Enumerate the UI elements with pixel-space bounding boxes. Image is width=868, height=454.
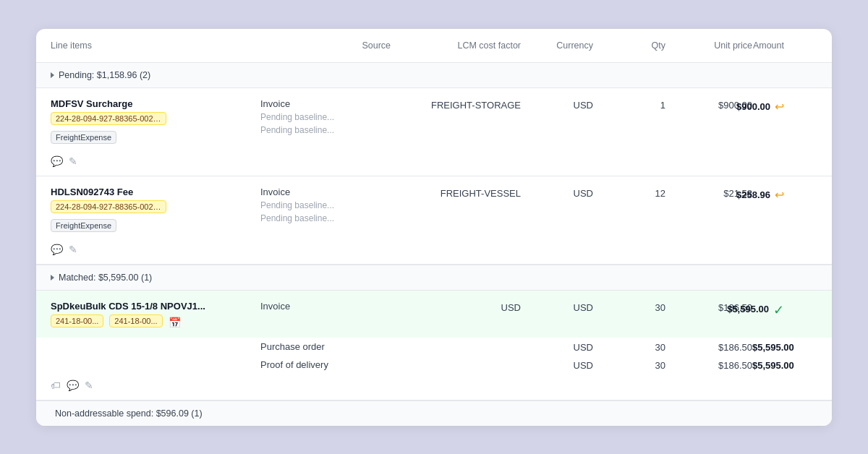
pending-baseline-hdlsn-2: Pending baseline... [260, 213, 391, 223]
tag-hdlsn-category[interactable]: FreightExpense [51, 219, 116, 232]
item-details-mdfsv: MDFSV Surcharge 224-28-094-927-88365-002… [51, 98, 260, 147]
col-amount: Amount [752, 40, 784, 51]
source-spdkeu-invoice: Invoice [260, 301, 391, 312]
col-currency: Currency [521, 40, 593, 51]
unit-price-po: $186.50 [665, 340, 752, 353]
currency-pod: USD [521, 359, 593, 371]
collapse-icon [51, 72, 54, 78]
tag-mdfsv-category[interactable]: FreightExpense [51, 131, 116, 144]
row-group-spdkeu: SpDkeuBulk CDS 15-1/8 NPOVJ1... 241-18-0… [36, 291, 832, 401]
line-item-row-mdfsv: MDFSV Surcharge 224-28-094-927-88365-002… [36, 88, 832, 151]
lcm-hdlsn: FREIGHT-VESSEL [391, 187, 521, 199]
item-actions-mdfsv: 💬 ✎ [36, 151, 832, 176]
section-header-non-addressable[interactable]: Non-addressable spend: $596.09 (1) [36, 401, 832, 426]
tag-mdfsv-1[interactable]: 224-28-094-927-88365-002-9... [51, 112, 166, 125]
tag-hdlsn-1[interactable]: 224-28-094-927-88365-002-9... [51, 200, 166, 213]
table-header: Line items Source LCM cost factor Curren… [36, 29, 832, 63]
amount-po: $5,595.00 [752, 340, 784, 353]
amount-icon-mdfsv: $900.00 ↩ [752, 98, 784, 113]
check-icon-spdkeu: ✓ [773, 302, 784, 318]
currency-hdlsn: USD [521, 187, 593, 199]
amount-spdkeu: $5,595.00 [727, 302, 769, 314]
qty-po: 30 [593, 340, 665, 353]
lcm-pod [391, 364, 521, 365]
section-header-pending[interactable]: Pending: $1,158.96 (2) [36, 63, 832, 88]
currency-mdfsv: USD [521, 98, 593, 111]
return-icon-mdfsv[interactable]: ↩ [775, 100, 784, 113]
lcm-mdfsv: FREIGHT-STORAGE [391, 98, 521, 111]
sub-row-po: Purchase order USD 30 $186.50 $5,595.00 [36, 338, 832, 356]
comment-icon-spdkeu[interactable]: 💬 [67, 380, 79, 391]
tag-icon-spdkeu[interactable]: 🏷 [51, 380, 61, 391]
tag-spdkeu-2[interactable]: 241-18-00... [109, 314, 162, 327]
amount-pod: $5,595.00 [752, 359, 784, 371]
qty-spdkeu: 30 [593, 301, 665, 313]
qty-mdfsv: 1 [593, 98, 665, 111]
qty-hdlsn: 12 [593, 187, 665, 199]
pending-baseline-2: Pending baseline... [260, 125, 391, 135]
item-actions-hdlsn: 💬 ✎ [36, 239, 832, 264]
lcm-spdkeu: USD [391, 301, 521, 313]
currency-spdkeu: USD [521, 301, 593, 313]
amount-hdlsn: $258.96 [736, 188, 770, 200]
col-unit-price: Unit price [665, 40, 752, 51]
item-details-spdkeu: SpDkeuBulk CDS 15-1/8 NPOVJ1... 241-18-0… [51, 301, 260, 333]
calendar-icon-spdkeu[interactable]: 📅 [169, 317, 181, 328]
amount-icon-spdkeu: $5,595.00 ✓ [752, 301, 784, 318]
main-card: Line items Source LCM cost factor Curren… [36, 29, 832, 426]
col-lcm: LCM cost factor [391, 40, 521, 51]
comment-icon-mdfsv[interactable]: 💬 [51, 155, 63, 167]
source-mdfsv: Invoice Pending baseline... Pending base… [260, 98, 391, 135]
amount-mdfsv: $900.00 [736, 100, 770, 112]
item-name-mdfsv: MDFSV Surcharge [51, 98, 260, 109]
line-item-row-spdkeu: SpDkeuBulk CDS 15-1/8 NPOVJ1... 241-18-0… [36, 291, 832, 338]
pending-baseline-1: Pending baseline... [260, 112, 391, 122]
unit-price-pod: $186.50 [665, 359, 752, 371]
pending-baseline-hdlsn-1: Pending baseline... [260, 200, 391, 210]
tag-spdkeu-1[interactable]: 241-18-00... [51, 314, 103, 327]
col-qty: Qty [593, 40, 665, 51]
item-name-spdkeu: SpDkeuBulk CDS 15-1/8 NPOVJ1... [51, 301, 260, 312]
currency-po: USD [521, 340, 593, 353]
comment-icon-hdlsn[interactable]: 💬 [51, 244, 63, 255]
item-actions-spdkeu: 🏷 💬 ✎ [36, 380, 832, 400]
edit-icon-spdkeu[interactable]: ✎ [85, 380, 93, 391]
sub-row-pod: Proof of delivery USD 30 $186.50 $5,595.… [36, 356, 832, 380]
pending-label: Pending: $1,158.96 (2) [59, 70, 150, 80]
row-group-hdlsn: HDLSN092743 Fee 224-28-094-927-88365-002… [36, 176, 832, 265]
return-icon-hdlsn[interactable]: ↩ [775, 188, 784, 202]
line-item-row-hdlsn: HDLSN092743 Fee 224-28-094-927-88365-002… [36, 176, 832, 239]
col-source: Source [260, 40, 391, 51]
item-details-hdlsn: HDLSN092743 Fee 224-28-094-927-88365-002… [51, 187, 260, 235]
item-name-hdlsn: HDLSN092743 Fee [51, 187, 260, 197]
amount-icon-hdlsn: $258.96 ↩ [752, 187, 784, 202]
edit-icon-mdfsv[interactable]: ✎ [69, 155, 77, 167]
qty-pod: 30 [593, 359, 665, 371]
non-addressable-label: Non-addressable spend: $596.09 (1) [55, 408, 203, 419]
source-hdlsn: Invoice Pending baseline... Pending base… [260, 187, 391, 223]
collapse-icon-matched [51, 275, 54, 280]
matched-label: Matched: $5,595.00 (1) [59, 273, 152, 283]
section-header-matched[interactable]: Matched: $5,595.00 (1) [36, 265, 832, 291]
col-line-items: Line items [51, 40, 260, 51]
source-pod: Proof of delivery [260, 359, 391, 370]
row-group-mdfsv: MDFSV Surcharge 224-28-094-927-88365-002… [36, 88, 832, 176]
source-po: Purchase order [260, 341, 391, 352]
lcm-po [391, 346, 521, 347]
edit-icon-hdlsn[interactable]: ✎ [69, 244, 77, 255]
